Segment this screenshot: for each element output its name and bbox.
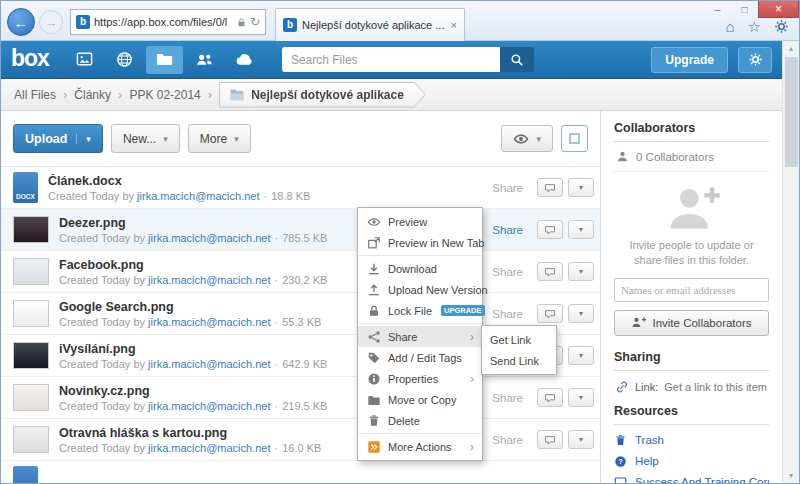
- upgrade-button[interactable]: Upgrade: [651, 47, 728, 73]
- row-menu-button[interactable]: ▾: [568, 304, 594, 323]
- menu-item-lock-file[interactable]: Lock File UPGRADE: [358, 300, 482, 321]
- row-menu-button[interactable]: ▾: [568, 388, 594, 407]
- breadcrumb-ppk-02-2014[interactable]: PPK 02-2014: [129, 88, 200, 102]
- menu-item-delete[interactable]: Delete: [358, 410, 482, 431]
- owner-email-link[interactable]: jirka.macich@macich.net: [148, 232, 270, 244]
- row-menu-button[interactable]: ▾: [568, 262, 594, 281]
- nav-files-button[interactable]: [146, 46, 183, 74]
- minimize-button[interactable]: –: [704, 1, 731, 18]
- menu-item-add-edit-tags[interactable]: Add / Edit Tags: [358, 347, 482, 368]
- row-menu-button[interactable]: ▾: [568, 178, 594, 197]
- menu-item-share[interactable]: Share ›: [358, 326, 482, 347]
- comment-button[interactable]: [537, 388, 563, 407]
- new-button[interactable]: New... ▾: [111, 124, 180, 153]
- breadcrumb-l-nky[interactable]: Články: [74, 88, 111, 102]
- star-icon[interactable]: ☆: [748, 19, 761, 34]
- breadcrumb-all-files[interactable]: All Files: [14, 88, 56, 102]
- row-actions: Share ▾: [492, 388, 594, 407]
- home-icon[interactable]: ⌂: [725, 19, 734, 34]
- menu-item-more-actions[interactable]: More Actions ›: [358, 436, 482, 457]
- share-link[interactable]: Share: [492, 434, 523, 446]
- invite-input[interactable]: [614, 278, 769, 302]
- address-bar[interactable]: b https://app.box.com/files/0/l ↻: [70, 9, 266, 35]
- settings-button[interactable]: [738, 47, 772, 73]
- comment-button[interactable]: [537, 220, 563, 239]
- menu-item-preview[interactable]: Preview: [358, 211, 482, 232]
- more-button[interactable]: More ▾: [188, 124, 251, 153]
- file-row-novinky-cz-png[interactable]: Novinky.cz.png Created Today by jirka.ma…: [1, 377, 600, 419]
- resource-link-success-and-training-corner[interactable]: Success And Training Corner: [614, 476, 769, 483]
- owner-email-link[interactable]: jirka.macich@macich.net: [148, 316, 270, 328]
- url-text[interactable]: https://app.box.com/files/0/l: [94, 16, 233, 28]
- file-row-facebook-png[interactable]: Facebook.png Created Today by jirka.maci…: [1, 251, 600, 293]
- menu-item-preview-in-new-tab[interactable]: Preview in New Tab: [358, 232, 482, 253]
- comment-button[interactable]: [537, 304, 563, 323]
- upload-button[interactable]: Upload ▾: [13, 124, 103, 153]
- caret-down-icon: ▾: [579, 435, 583, 444]
- submenu-item-get-link[interactable]: Get Link: [482, 329, 556, 350]
- nav-sync-button[interactable]: [226, 46, 263, 74]
- view-options-button[interactable]: ▾: [501, 125, 553, 152]
- person-add-icon: [663, 184, 721, 234]
- refresh-icon[interactable]: ↻: [250, 16, 260, 28]
- details-toggle-button[interactable]: [561, 125, 588, 152]
- tab-close-icon[interactable]: ×: [451, 19, 457, 31]
- nav-collaborators-button[interactable]: [186, 46, 223, 74]
- owner-email-link[interactable]: jirka.macich@macich.net: [148, 274, 270, 286]
- scroll-down-icon[interactable]: ▼: [783, 468, 799, 483]
- caret-down-icon: ▾: [579, 309, 583, 318]
- menu-item-properties[interactable]: Properties ›: [358, 368, 482, 389]
- owner-email-link[interactable]: jirka.macich@macich.net: [137, 190, 259, 202]
- share-link[interactable]: Share: [492, 224, 523, 236]
- share-link[interactable]: Share: [492, 182, 523, 194]
- owner-email-link[interactable]: jirka.macich@macich.net: [148, 358, 270, 370]
- nav-updates-button[interactable]: [66, 46, 103, 74]
- resource-link-help[interactable]: ?Help: [614, 455, 769, 468]
- nav-apps-button[interactable]: [106, 46, 143, 74]
- file-row-deezer-png[interactable]: Deezer.png Created Today by jirka.macich…: [1, 209, 600, 251]
- submenu-item-send-link[interactable]: Send Link: [482, 350, 556, 371]
- search-input[interactable]: [282, 47, 500, 72]
- browser-settings-gear-icon[interactable]: [774, 19, 789, 34]
- box-logo[interactable]: box: [11, 45, 49, 72]
- row-menu-button[interactable]: ▾: [568, 220, 594, 239]
- file-row-otravn-hl-ka-s-kartou-png[interactable]: Otravná hláška s kartou.png Created Toda…: [1, 419, 600, 461]
- back-button[interactable]: ←: [7, 8, 35, 36]
- get-link-text[interactable]: Get a link to this item: [664, 381, 767, 393]
- comment-button[interactable]: [537, 430, 563, 449]
- menu-item-download[interactable]: Download: [358, 258, 482, 279]
- scrollbar-thumb[interactable]: [785, 57, 798, 167]
- close-window-button[interactable]: ×: [758, 1, 799, 18]
- menu-divider: [359, 433, 481, 434]
- menu-item-upload-new-version[interactable]: Upload New Version: [358, 279, 482, 300]
- browser-tab[interactable]: b Nejlepší dotykové aplikace ... ×: [275, 8, 465, 41]
- search-button[interactable]: [500, 47, 534, 72]
- menu-item-move-or-copy[interactable]: Move or Copy: [358, 389, 482, 410]
- comment-button[interactable]: [537, 178, 563, 197]
- row-actions: Share ▾: [492, 262, 594, 281]
- share-link[interactable]: Share: [492, 266, 523, 278]
- scroll-up-icon[interactable]: ▲: [783, 41, 799, 56]
- maximize-button[interactable]: □: [731, 1, 758, 18]
- share-link[interactable]: Share: [492, 308, 523, 320]
- file-name[interactable]: Článek.docx: [48, 174, 482, 188]
- file-row-l-nek-docx[interactable]: DOCX Článek.docx Created Today by jirka.…: [1, 167, 600, 209]
- image-thumbnail: [13, 426, 49, 453]
- forward-button[interactable]: →: [39, 10, 63, 34]
- window-controls: – □ ×: [704, 1, 799, 18]
- comment-button[interactable]: [537, 262, 563, 281]
- file-row-partial[interactable]: [1, 461, 600, 483]
- row-menu-button[interactable]: ▾: [568, 346, 594, 365]
- caret-down-icon: ▾: [536, 134, 541, 144]
- share-link[interactable]: Share: [492, 392, 523, 404]
- invite-collaborators-button[interactable]: Invite Collaborators: [614, 310, 769, 336]
- owner-email-link[interactable]: jirka.macich@macich.net: [148, 400, 270, 412]
- image-thumbnail: [13, 216, 49, 243]
- resource-link-trash[interactable]: Trash: [614, 434, 769, 447]
- row-menu-button[interactable]: ▾: [568, 430, 594, 449]
- tag-icon: [366, 351, 381, 365]
- owner-email-link[interactable]: jirka.macich@macich.net: [148, 442, 270, 454]
- separator-dot: ·: [275, 358, 279, 370]
- row-actions: Share ▾: [492, 430, 594, 449]
- vertical-scrollbar[interactable]: ▲ ▼: [782, 41, 799, 483]
